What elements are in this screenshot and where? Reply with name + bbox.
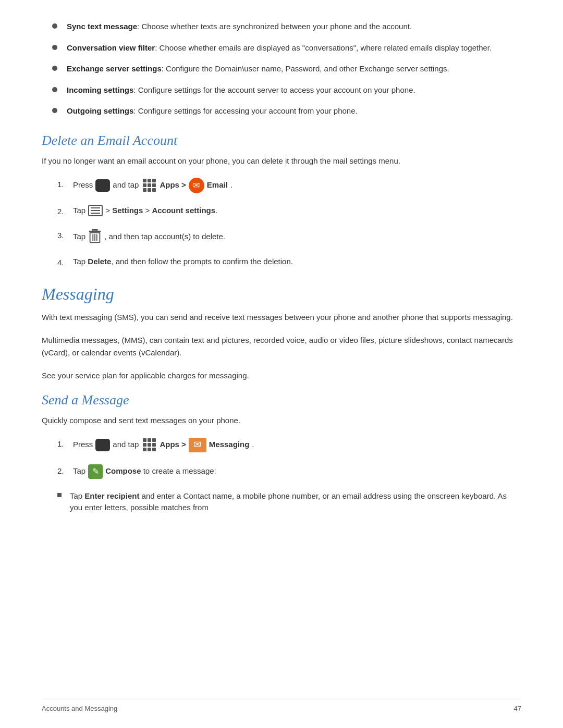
step-number-1: 1. — [57, 178, 73, 191]
email-app-icon — [189, 178, 204, 193]
step-number-4: 4. — [57, 256, 73, 269]
page-container: Sync text message: Choose whether texts … — [0, 0, 563, 728]
sub-bullet-square — [57, 493, 62, 497]
trash-icon — [88, 229, 102, 244]
messaging-section: Messaging With text messaging (SMS), you… — [42, 285, 521, 382]
bullet-label: Incoming settings — [67, 85, 133, 94]
bullet-dot — [52, 45, 57, 50]
step-1: 1. Press and tap Apps > Email. — [57, 178, 521, 193]
home-button-icon — [95, 179, 110, 192]
svg-rect-0 — [92, 229, 98, 231]
messaging-intro-2: Multimedia messages, (MMS), can contain … — [42, 334, 521, 359]
step-number-3: 3. — [57, 229, 73, 242]
email-label: Email — [207, 179, 228, 191]
bullet-text: Conversation view filter: Choose whether… — [67, 42, 492, 54]
step-4: 4. Tap Delete, and then follow the promp… — [57, 256, 521, 269]
delete-section-heading: Delete an Email Account — [42, 133, 521, 149]
bullet-dot — [52, 66, 57, 71]
step-2: 2. Tap > Settings > Account settings. — [57, 205, 521, 218]
bullet-dot — [52, 108, 57, 113]
page-footer: Accounts and Messaging 47 — [42, 699, 521, 712]
home-button-icon-2 — [95, 439, 110, 451]
send-section-heading: Send a Message — [42, 392, 521, 408]
list-item: Incoming settings: Configure settings fo… — [42, 84, 521, 96]
apps-grid-icon — [141, 178, 157, 193]
apps-grid-icon-2 — [141, 437, 157, 453]
messaging-app-icon — [189, 438, 206, 452]
apps-label: Apps > — [160, 179, 186, 191]
list-item: Outgoing settings: Configure settings fo… — [42, 105, 521, 117]
send-step-2: 2. Tap Compose to create a message: — [57, 464, 521, 479]
bullet-dot — [52, 87, 57, 92]
messaging-intro-1: With text messaging (SMS), you can send … — [42, 311, 521, 324]
messaging-section-heading: Messaging — [42, 285, 521, 304]
send-step-1-content: Press and tap Apps > Messaging. — [73, 437, 254, 453]
step-3-content: Tap , and then tap account(s) to delete. — [73, 229, 225, 244]
list-item: Conversation view filter: Choose whether… — [42, 42, 521, 54]
delete-steps: 1. Press and tap Apps > Email. — [57, 178, 521, 269]
bullet-text: Exchange server settings: Configure the … — [67, 63, 449, 75]
svg-rect-1 — [89, 231, 101, 232]
send-step-number-1: 1. — [57, 437, 73, 450]
step-3: 3. Tap , and then tap account(s) to dele… — [57, 229, 521, 244]
bullet-label: Conversation view filter — [67, 43, 155, 52]
step-1-content: Press and tap Apps > Email. — [73, 178, 232, 193]
send-steps: 1. Press and tap Apps > Messaging. — [57, 437, 521, 479]
sub-bullet-section: Tap Enter recipient and enter a Contact … — [57, 490, 521, 514]
bullet-label: Outgoing settings — [67, 106, 133, 115]
delete-section-intro: If you no longer want an email account o… — [42, 155, 521, 167]
bullet-label: Exchange server settings — [67, 64, 162, 73]
bullet-dot — [52, 23, 57, 29]
step-number-2: 2. — [57, 205, 73, 218]
bullet-text: Sync text message: Choose whether texts … — [67, 21, 412, 33]
apps-label-2: Apps > — [160, 439, 186, 451]
messaging-intro-3: See your service plan for applicable cha… — [42, 369, 521, 382]
step-4-content: Tap Delete, and then follow the prompts … — [73, 256, 293, 268]
delete-email-section: Delete an Email Account If you no longer… — [42, 133, 521, 269]
send-section-intro: Quickly compose and sent text messages o… — [42, 414, 521, 427]
menu-settings-icon — [88, 205, 103, 216]
list-item: Exchange server settings: Configure the … — [42, 63, 521, 75]
sub-bullet-text: Tap Enter recipient and enter a Contact … — [70, 490, 521, 514]
bullet-text: Outgoing settings: Configure settings fo… — [67, 105, 358, 117]
bullet-label: Sync text message — [67, 22, 137, 31]
sub-bullet-item: Tap Enter recipient and enter a Contact … — [57, 490, 521, 514]
list-item: Sync text message: Choose whether texts … — [42, 21, 521, 33]
send-step-number-2: 2. — [57, 464, 73, 477]
bullet-text: Incoming settings: Configure settings fo… — [67, 84, 415, 96]
footer-left: Accounts and Messaging — [42, 705, 117, 712]
send-step-1: 1. Press and tap Apps > Messaging. — [57, 437, 521, 453]
footer-page-number: 47 — [514, 705, 521, 712]
bullet-section: Sync text message: Choose whether texts … — [42, 21, 521, 117]
send-step-2-content: Tap Compose to create a message: — [73, 464, 216, 479]
send-message-section: Send a Message Quickly compose and sent … — [42, 392, 521, 514]
compose-icon — [88, 464, 103, 479]
messaging-label: Messaging — [209, 439, 250, 451]
step-2-content: Tap > Settings > Account settings. — [73, 205, 217, 217]
